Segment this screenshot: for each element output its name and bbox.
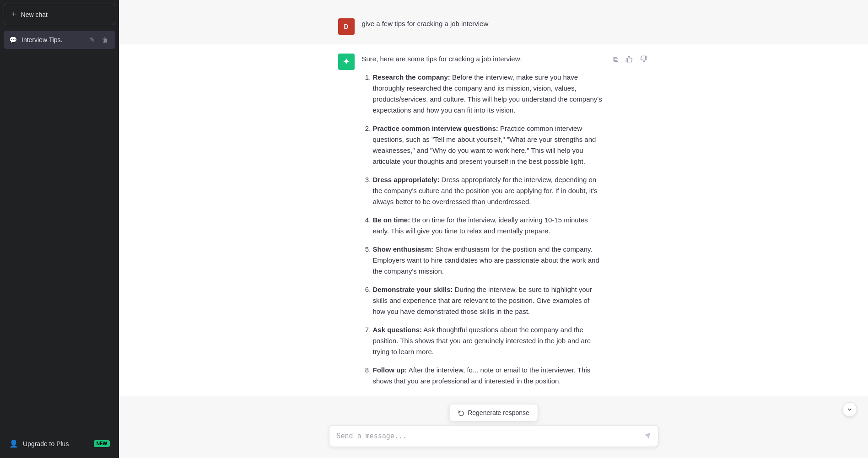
regenerate-icon [458, 410, 464, 416]
delete-conversation-button[interactable]: 🗑 [100, 35, 110, 44]
conv-actions: ✎ 🗑 [88, 35, 110, 44]
gpt-avatar: ✦ [338, 54, 355, 70]
regenerate-popup[interactable]: Regenerate response [449, 404, 538, 421]
sidebar-bottom: 👤 Upgrade to Plus NEW [0, 429, 119, 458]
conversation-item[interactable]: 💬 Interview Tips. ✎ 🗑 [4, 31, 115, 49]
tip-title-3: Dress appropriately: [373, 176, 440, 183]
conversation-label: Interview Tips. [22, 36, 62, 43]
list-item: Dress appropriately: Dress appropriately… [373, 174, 604, 207]
tip-title-6: Demonstrate your skills: [373, 286, 453, 293]
scroll-bottom-button[interactable] [842, 402, 857, 417]
list-item: Ask questions: Ask thoughtful questions … [373, 324, 604, 357]
new-chat-button[interactable]: + New chat [4, 4, 115, 25]
main-content: D give a few tips for cracking a job int… [119, 0, 868, 458]
copy-button[interactable]: ⧉ [611, 54, 620, 65]
message-actions: ⧉ [611, 54, 649, 66]
user-message-content: give a few tips for cracking a job inter… [362, 18, 649, 29]
new-chat-label: New chat [21, 11, 48, 18]
message-input[interactable] [329, 425, 658, 447]
chevron-down-icon [846, 406, 853, 413]
user-avatar: D [338, 18, 355, 35]
tip-title-5: Show enthusiasm: [373, 245, 434, 253]
tip-title-4: Be on time: [373, 216, 410, 224]
list-item: Show enthusiasm: Show enthusiasm for the… [373, 244, 604, 277]
sidebar: + New chat 💬 Interview Tips. ✎ 🗑 👤 Upgra… [0, 0, 119, 458]
regenerate-label: Regenerate response [468, 409, 529, 416]
list-item: Follow up: After the interview, fo... no… [373, 365, 604, 387]
tip-title-1: Research the company: [373, 73, 450, 81]
list-item: Practice common interview questions: Pra… [373, 123, 604, 167]
chat-area: D give a few tips for cracking a job int… [119, 0, 868, 420]
chat-icon: 💬 [9, 36, 17, 43]
send-icon [644, 432, 651, 440]
gpt-logo-icon: ✦ [343, 57, 350, 67]
tip-title-2: Practice common interview questions: [373, 124, 498, 132]
new-badge: NEW [94, 440, 110, 447]
upgrade-button[interactable]: 👤 Upgrade to Plus NEW [4, 435, 115, 453]
conversation-list: 💬 Interview Tips. ✎ 🗑 [0, 29, 119, 429]
upgrade-label: Upgrade to Plus [23, 440, 69, 447]
tip-title-8: Follow up: [373, 366, 407, 374]
edit-conversation-button[interactable]: ✎ [88, 35, 97, 44]
tip-title-7: Ask questions: [373, 326, 422, 334]
conv-left: 💬 Interview Tips. [9, 36, 62, 43]
tips-list: Research the company: Before the intervi… [362, 72, 604, 387]
plus-icon: + [11, 10, 16, 19]
send-button[interactable] [642, 431, 653, 444]
list-item: Be on time: Be on time for the interview… [373, 215, 604, 237]
list-item: Demonstrate your skills: During the inte… [373, 284, 604, 317]
assistant-message-content: Sure, here are some tips for cracking a … [362, 54, 604, 387]
assistant-intro: Sure, here are some tips for cracking a … [362, 54, 604, 65]
assistant-message-row: ✦ Sure, here are some tips for cracking … [119, 44, 868, 396]
list-item: Research the company: Before the intervi… [373, 72, 604, 116]
user-message-row: D give a few tips for cracking a job int… [119, 9, 868, 44]
thumbs-down-button[interactable] [638, 54, 649, 66]
input-wrapper [329, 425, 658, 449]
thumbs-up-button[interactable] [624, 54, 635, 66]
assistant-message-inner: ✦ Sure, here are some tips for cracking … [329, 54, 658, 387]
person-icon: 👤 [9, 439, 18, 448]
user-message-inner: D give a few tips for cracking a job int… [329, 18, 658, 35]
input-area: Regenerate response [119, 420, 868, 458]
